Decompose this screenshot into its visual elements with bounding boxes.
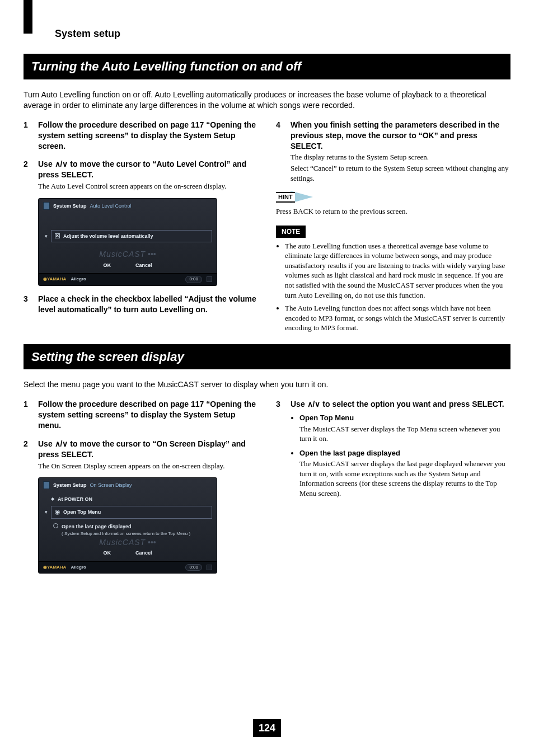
- step2-3-post: to select the option you want and press …: [320, 400, 504, 408]
- heading-screen-display: Setting the screen display: [24, 344, 510, 370]
- step-2: 2 Use ∧/∨ to move the cursor to “Auto Le…: [24, 159, 258, 285]
- step-number: 2: [24, 439, 28, 449]
- group-label: At POWER ON: [58, 496, 92, 503]
- step-4-body1: The display returns to the System Setup …: [291, 152, 510, 162]
- brand-label: ◉YAMAHA: [43, 565, 66, 571]
- step-2-body: The Auto Level Control screen appears on…: [38, 181, 258, 191]
- brand-label: ◉YAMAHA: [43, 276, 66, 283]
- hint-block: HINT Press BACK to return to the previou…: [276, 191, 510, 217]
- breadcrumb-1: System Setup: [53, 482, 87, 489]
- heading-auto-levelling: Turning the Auto Levelling function on a…: [24, 54, 510, 79]
- step-number: 1: [24, 399, 28, 410]
- updown-icon: ∧/∨: [307, 400, 321, 408]
- section-header: System setup: [55, 27, 510, 40]
- watermark: MusicCAST •••: [43, 249, 212, 260]
- cursor-icon: ▾: [43, 233, 49, 240]
- step2-2-text: Use ∧/∨ to move the cursor to “On Screen…: [38, 439, 246, 459]
- time-label: 0:00: [185, 276, 202, 283]
- ok-button: OK: [103, 550, 111, 556]
- page-number: 124: [253, 719, 281, 737]
- step-2-pre: Use: [38, 159, 55, 168]
- breadcrumb-2: On Screen Display: [90, 482, 132, 489]
- step-number: 4: [276, 120, 280, 130]
- step2-3-pre: Use: [291, 400, 307, 408]
- step-4: 4 When you finish setting the parameters…: [276, 120, 510, 183]
- ui-logo-icon: [43, 202, 50, 210]
- intro-screen-display: Select the menu page you want to the Mus…: [24, 379, 510, 390]
- step2-1: 1 Follow the procedure described on page…: [24, 399, 258, 431]
- step-1: 1 Follow the procedure described on page…: [24, 120, 258, 152]
- option-desc: The MusicCAST server displays the last p…: [299, 459, 510, 498]
- step-2-post: to move the cursor to “Auto Level Contro…: [38, 159, 246, 179]
- breadcrumb-1: System Setup: [53, 203, 87, 209]
- radio-off-icon: [53, 523, 58, 528]
- intro-auto-levelling: Turn Auto Levelling function on or off. …: [24, 90, 510, 111]
- step-number: 3: [276, 399, 280, 410]
- updown-icon: ∧/∨: [55, 439, 68, 448]
- track-title: Allegro: [71, 565, 86, 571]
- step2-2-post: to move the cursor to “On Screen Display…: [38, 439, 246, 459]
- step2-1-text: Follow the procedure described on page 1…: [38, 400, 256, 430]
- step-1-text: Follow the procedure described on page 1…: [38, 120, 256, 151]
- radio-on-icon: [55, 510, 60, 515]
- step-number: 1: [24, 120, 28, 130]
- step-4-text: When you finish setting the parameters d…: [291, 120, 499, 151]
- option-1-label: Open Top Menu: [63, 509, 101, 515]
- checkbox-icon: ✕: [55, 233, 60, 238]
- ui-logo-icon: [43, 481, 50, 489]
- diamond-icon: ◆: [51, 496, 54, 503]
- option-desc: The MusicCAST server displays the Top Me…: [299, 424, 510, 444]
- checkbox-label: Adjust the volume level automatically: [63, 233, 153, 240]
- option-name: Open Top Menu: [299, 413, 510, 423]
- note-list: The auto Levelling function uses a theor…: [276, 241, 510, 333]
- step-number: 3: [24, 294, 28, 304]
- option-2-label: Open the last page displayed: [62, 523, 190, 530]
- step2-3-text: Use ∧/∨ to select the option you want an…: [291, 400, 504, 408]
- breadcrumb-2: Auto Level Control: [90, 203, 132, 209]
- step-3: 3 Place a check in the checkbox labelled…: [24, 294, 258, 315]
- option-last-page: Open the last page displayed The MusicCA…: [299, 448, 510, 499]
- step2-2-pre: Use: [38, 439, 55, 448]
- note-label: NOTE: [276, 226, 306, 238]
- cancel-button: Cancel: [135, 550, 152, 556]
- step-2-text: Use ∧/∨ to move the cursor to “Auto Leve…: [38, 159, 246, 179]
- option-top-menu: Open Top Menu The MusicCAST server displ…: [299, 413, 510, 444]
- watermark: MusicCAST •••: [43, 537, 212, 548]
- note-item-1: The auto Levelling function uses a theor…: [285, 241, 510, 300]
- option-2-sub: ( System Setup and Information screens r…: [62, 530, 190, 537]
- updown-icon: ∧/∨: [55, 159, 68, 168]
- option-name: Open the last page displayed: [299, 448, 510, 458]
- step2-2: 2 Use ∧/∨ to move the cursor to “On Scre…: [24, 439, 258, 574]
- note-item-2: The Auto Leveling function does not affe…: [285, 303, 510, 333]
- cancel-button: Cancel: [135, 262, 152, 269]
- hint-label: HINT: [276, 192, 295, 203]
- ok-button: OK: [103, 262, 111, 269]
- step-number: 2: [24, 159, 28, 170]
- screenshot-auto-level: System Setup Auto Level Control ▾ ✕ Adju…: [38, 198, 217, 286]
- track-title: Allegro: [71, 276, 86, 283]
- step2-3: 3 Use ∧/∨ to select the option you want …: [276, 399, 510, 498]
- time-label: 0:00: [185, 564, 202, 571]
- step-3-text: Place a check in the checkbox labelled “…: [38, 294, 256, 314]
- screenshot-osd: System Setup On Screen Display ◆ At POWE…: [38, 477, 217, 574]
- hint-text: Press BACK to return to the previous scr…: [276, 206, 510, 217]
- status-icon: [207, 276, 212, 282]
- status-icon: [207, 565, 212, 570]
- step2-2-body: The On Screen Display screen appears on …: [38, 461, 258, 471]
- side-tab: [24, 0, 32, 34]
- cursor-icon: ▾: [43, 509, 49, 515]
- step-4-body2: Select “Cancel” to return to the System …: [291, 163, 510, 183]
